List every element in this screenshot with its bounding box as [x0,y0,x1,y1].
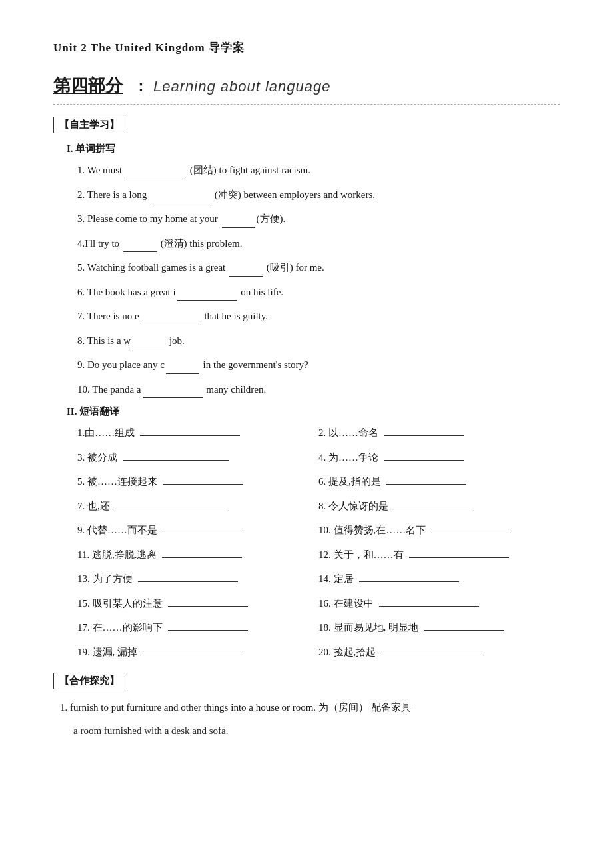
question-5: 5. Watching football games is a great (吸… [77,259,560,277]
phrase-blank-7[interactable] [115,509,229,509]
question-6: 6. The book has a great i on his life. [77,284,560,301]
blank-3[interactable] [222,227,255,228]
phrase-blank-12[interactable] [409,557,509,558]
question-1: 1. We must (团结) to fight against racism. [77,162,560,179]
blank-1[interactable] [126,179,186,179]
phrase-row-2: 3. 被分成 4. 为……争论 [77,449,560,467]
blank-5[interactable] [229,276,263,277]
phrase-item-4: 4. 为……争论 [318,449,560,467]
blank-9[interactable] [166,373,199,374]
phrase-item-13: 13. 为了方便 [77,571,318,588]
cooperation-box-title: 【合作探究】 [53,673,125,689]
phrase-row-10: 19. 遗漏, 漏掉 20. 捡起,拾起 [77,644,560,661]
phrase-blank-3[interactable] [123,460,229,461]
phrase-item-17: 17. 在……的影响下 [77,619,318,637]
blank-2[interactable] [151,203,211,203]
question-3: 3. Please come to my home at your (方便). [77,211,560,228]
phrase-blank-5[interactable] [163,484,243,485]
phrase-blank-9[interactable] [163,533,243,533]
phrase-item-6: 6. 提及,指的是 [318,473,560,491]
section-header: 第四部分 ： Learning about language [53,74,560,97]
blank-8[interactable] [132,349,165,349]
phrase-row-6: 11. 逃脱,挣脱.逃离 12. 关于，和……有 [77,547,560,564]
phrase-row-7: 13. 为了方便 14. 定居 [77,571,560,588]
phrase-blank-15[interactable] [168,606,248,607]
phrase-row-1: 1.由……组成 2. 以……命名 [77,425,560,442]
phrase-item-1: 1.由……组成 [77,425,318,442]
phrase-blank-19[interactable] [143,655,243,655]
blank-4[interactable] [123,251,157,252]
phrase-item-14: 14. 定居 [318,571,560,588]
section-divider [53,104,560,105]
phrase-blank-1[interactable] [140,435,240,436]
phrase-item-19: 19. 遗漏, 漏掉 [77,644,318,661]
phrase-blank-6[interactable] [386,484,466,485]
phrase-item-2: 2. 以……命名 [318,425,560,442]
phrase-blank-17[interactable] [168,630,248,631]
question-2: 2. There is a long (冲突) between employer… [77,187,560,204]
phrase-item-5: 5. 被……连接起来 [77,473,318,491]
blank-6[interactable] [177,300,237,301]
phrase-item-11: 11. 逃脱,挣脱.逃离 [77,547,318,564]
phrase-row-5: 9. 代替……而不是 10. 值得赞扬,在……名下 [77,522,560,539]
unit-title: Unit 2 The United Kingdom 导学案 [53,40,560,55]
section-I-label: I. 单词拼写 [67,143,560,155]
phrase-row-8: 15. 吸引某人的注意 16. 在建设中 [77,595,560,613]
phrase-item-18: 18. 显而易见地, 明显地 [318,619,560,637]
phrase-row-4: 7. 也,还 8. 令人惊讶的是 [77,498,560,515]
question-10: 10. The panda a many children. [77,381,560,399]
section-english: Learning about language [153,78,330,95]
cooperation-item-1-example: a room furnished with a desk and sofa. [73,722,560,740]
phrase-item-12: 12. 关于，和……有 [318,547,560,564]
section-chinese: 第四部分 [53,74,123,97]
phrase-blank-13[interactable] [138,581,238,582]
section-II-label: II. 短语翻译 [67,405,560,418]
question-4: 4.I'll try to (澄清) this problem. [77,235,560,253]
cooperation-section: 【合作探究】 1. furnish to put furniture and o… [53,673,560,740]
phrase-item-3: 3. 被分成 [77,449,318,467]
phrase-blank-8[interactable] [394,509,474,509]
phrase-row-3: 5. 被……连接起来 6. 提及,指的是 [77,473,560,491]
phrase-item-16: 16. 在建设中 [318,595,560,613]
question-7: 7. There is no e that he is guilty. [77,308,560,325]
cooperation-item-1: 1. furnish to put furniture and other th… [60,699,560,717]
question-9: 9. Do you place any c in the government'… [77,357,560,374]
phrase-blank-10[interactable] [431,533,511,533]
phrase-item-15: 15. 吸引某人的注意 [77,595,318,613]
phrase-item-20: 20. 捡起,拾起 [318,644,560,661]
phrase-blank-14[interactable] [359,581,459,582]
blank-10[interactable] [143,397,203,398]
phrase-row-9: 17. 在……的影响下 18. 显而易见地, 明显地 [77,619,560,637]
phrase-blank-18[interactable] [424,630,504,631]
phrase-item-8: 8. 令人惊讶的是 [318,498,560,515]
section-colon: ： [133,77,148,97]
phrase-blank-20[interactable] [381,655,481,655]
phrase-item-10: 10. 值得赞扬,在……名下 [318,522,560,539]
phrase-blank-4[interactable] [384,460,464,461]
phrase-item-7: 7. 也,还 [77,498,318,515]
phrase-grid: 1.由……组成 2. 以……命名 3. 被分成 4. 为……争论 5. 被……连… [77,425,560,661]
phrase-blank-11[interactable] [162,557,242,558]
phrase-blank-2[interactable] [384,435,464,436]
phrase-item-9: 9. 代替……而不是 [77,522,318,539]
self-study-box-title: 【自主学习】 [53,117,125,133]
phrase-blank-16[interactable] [379,606,479,607]
blank-7[interactable] [141,325,201,325]
question-8: 8. This is a w job. [77,333,560,350]
